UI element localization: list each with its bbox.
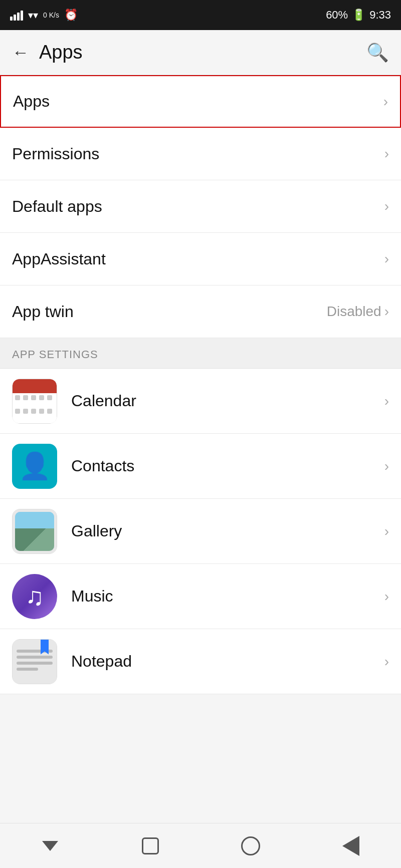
menu-item-label-permissions: Permissions: [12, 145, 99, 163]
chevron-right-icon: ›: [384, 654, 389, 670]
data-speed: 0 K/s: [43, 11, 59, 20]
menu-item-default-apps[interactable]: Default apps ›: [0, 180, 401, 233]
chevron-right-icon: ›: [384, 523, 389, 539]
menu-item-right: ›: [384, 393, 389, 409]
header-left: ← Apps: [12, 42, 83, 63]
notepad-app-icon: [12, 639, 57, 684]
app-item-notepad[interactable]: Notepad ›: [0, 629, 401, 694]
menu-item-left: AppAssistant: [12, 250, 106, 268]
app-label-music: Music: [71, 587, 113, 606]
app-item-left: ♫ Music: [12, 574, 113, 619]
menu-item-right: ›: [384, 198, 389, 214]
menu-item-app-twin[interactable]: App twin Disabled ›: [0, 285, 401, 338]
chevron-right-icon: ›: [384, 146, 389, 162]
chevron-down-icon: [42, 841, 58, 851]
menu-item-right: ›: [384, 146, 389, 162]
calendar-body: [13, 393, 57, 423]
chevron-right-icon: ›: [384, 198, 389, 214]
chevron-right-icon: ›: [384, 251, 389, 267]
header: ← Apps 🔍: [0, 30, 401, 75]
page-title: Apps: [39, 42, 83, 63]
circle-icon: [241, 836, 260, 855]
app-label-contacts: Contacts: [71, 457, 134, 475]
app-item-left: Gallery: [12, 509, 122, 554]
app-item-left: Calendar: [12, 379, 136, 424]
bottom-nav: [0, 823, 401, 868]
nav-back-button[interactable]: [30, 831, 70, 861]
app-label-calendar: Calendar: [71, 392, 136, 410]
battery-icon: 🔋: [352, 9, 365, 22]
app-label-gallery: Gallery: [71, 522, 122, 540]
menu-section: Apps › Permissions › Default apps ›: [0, 75, 401, 338]
menu-item-right: ›: [384, 654, 389, 670]
calendar-header: [13, 379, 57, 393]
nav-recent-button[interactable]: [130, 831, 170, 861]
app-settings-divider: APP SETTINGS: [0, 338, 401, 369]
menu-item-right: ›: [384, 523, 389, 539]
app-label-notepad: Notepad: [71, 652, 132, 671]
menu-item-left: App twin: [12, 303, 74, 321]
menu-item-label-appassistant: AppAssistant: [12, 250, 106, 268]
menu-item-appassistant[interactable]: AppAssistant ›: [0, 233, 401, 285]
clock: 9:33: [369, 9, 391, 22]
menu-item-label-apps: Apps: [13, 92, 50, 111]
chevron-right-icon: ›: [384, 304, 389, 320]
section-label-app-settings: APP SETTINGS: [12, 348, 98, 361]
contacts-app-icon: 👤: [12, 444, 57, 489]
menu-item-permissions[interactable]: Permissions ›: [0, 128, 401, 180]
music-app-icon: ♫: [12, 574, 57, 619]
menu-item-right: ›: [384, 251, 389, 267]
app-item-calendar[interactable]: Calendar ›: [0, 369, 401, 434]
calendar-app-icon: [12, 379, 57, 424]
battery-percent: 60%: [326, 9, 348, 22]
status-right: 60% 🔋 9:33: [326, 9, 391, 22]
app-twin-value: Disabled: [327, 304, 381, 320]
menu-item-right: ›: [384, 589, 389, 605]
menu-item-right: ›: [384, 458, 389, 474]
menu-item-label-default-apps: Default apps: [12, 197, 102, 216]
app-item-music[interactable]: ♫ Music ›: [0, 564, 401, 629]
menu-item-right: ›: [383, 94, 388, 110]
app-settings-section: Calendar › 👤 Contacts ›: [0, 369, 401, 694]
alarm-icon: ⏰: [64, 9, 78, 22]
gallery-app-icon: [12, 509, 57, 554]
app-item-left: Notepad: [12, 639, 132, 684]
app-item-left: 👤 Contacts: [12, 444, 134, 489]
nav-home-button[interactable]: [231, 831, 271, 861]
nav-back-triangle-button[interactable]: [331, 831, 371, 861]
menu-item-label-app-twin: App twin: [12, 303, 74, 321]
wifi-icon: ▾▾: [28, 9, 38, 21]
square-icon: [142, 837, 159, 854]
menu-item-apps[interactable]: Apps ›: [0, 75, 401, 128]
menu-item-right: Disabled ›: [327, 304, 389, 320]
chevron-right-icon: ›: [384, 458, 389, 474]
back-button[interactable]: ←: [12, 43, 29, 62]
app-item-gallery[interactable]: Gallery ›: [0, 499, 401, 564]
search-button[interactable]: 🔍: [366, 42, 389, 63]
chevron-right-icon: ›: [384, 393, 389, 409]
menu-item-left: Default apps: [12, 197, 102, 216]
page-content: Apps › Permissions › Default apps ›: [0, 75, 401, 739]
triangle-icon: [342, 836, 359, 856]
chevron-right-icon: ›: [383, 94, 388, 110]
status-bar: ▾▾ 0 K/s ⏰ 60% 🔋 9:33: [0, 0, 401, 30]
app-item-contacts[interactable]: 👤 Contacts ›: [0, 434, 401, 499]
menu-item-left: Permissions: [12, 145, 99, 163]
signal-bars-icon: [10, 10, 23, 21]
chevron-right-icon: ›: [384, 589, 389, 605]
status-left: ▾▾ 0 K/s ⏰: [10, 9, 78, 22]
menu-item-left: Apps: [13, 92, 50, 111]
